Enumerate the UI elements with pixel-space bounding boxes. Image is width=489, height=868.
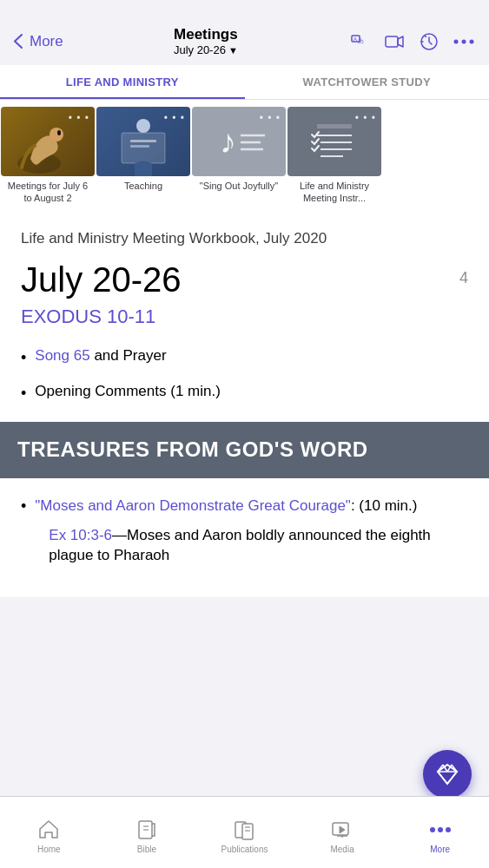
header-icons: A あ <box>348 30 475 53</box>
bullet-list: • Song 65 and Prayer • Opening Comments … <box>21 345 468 404</box>
svg-rect-3 <box>386 36 398 47</box>
scripture-detail-ref[interactable]: Ex 10:3-6 <box>49 527 112 543</box>
video-icon[interactable] <box>383 30 406 53</box>
thumbnails-row: • • • Meetings for July 6 to August 2 • … <box>0 100 489 212</box>
section-header-treasures: TREASURES FROM GOD'S WORD <box>0 422 489 478</box>
svg-text:A: A <box>354 36 357 42</box>
media-icon <box>330 818 354 842</box>
workbook-title: Life and Ministry Meeting Workbook, July… <box>21 229 468 248</box>
svg-text:♪: ♪ <box>220 123 236 160</box>
thumbnail-teaching[interactable]: • • • Teaching <box>96 107 191 212</box>
fab-button[interactable] <box>423 750 472 799</box>
bullet-song: • Song 65 and Prayer <box>21 345 468 369</box>
nav-home-label: Home <box>37 845 61 854</box>
svg-point-5 <box>453 39 458 43</box>
bottom-nav: Home Bible Publications <box>0 796 489 868</box>
header-title: Meetings <box>174 26 238 43</box>
sub-item-moses: • "Moses and Aaron Demonstrate Great Cou… <box>21 496 468 566</box>
nav-media-label: Media <box>330 845 354 854</box>
nav-home[interactable]: Home <box>0 811 98 854</box>
thumbnail-img-instructions: • • • <box>287 107 381 176</box>
header: More Meetings July 20-26 ▼ A あ <box>0 21 489 65</box>
thumbnail-sing-out[interactable]: • • • ♪ "Sing Out Joyfully" <box>191 107 287 212</box>
header-center: Meetings July 20-26 ▼ <box>174 26 238 56</box>
nav-publications-label: Publications <box>221 845 268 854</box>
thumbnail-img-teaching: • • • <box>96 107 190 176</box>
svg-rect-19 <box>317 124 352 128</box>
thumbnail-label-instructions: Life and Ministry Meeting Instr... <box>287 180 382 205</box>
nav-bible-label: Bible <box>137 845 156 854</box>
song-link[interactable]: Song 65 <box>35 347 89 364</box>
moses-link[interactable]: "Moses and Aaron Demonstrate Great Coura… <box>35 497 351 514</box>
opening-comments: Opening Comments (1 min.) <box>35 381 221 402</box>
nav-more-label: More <box>430 845 450 854</box>
svg-point-12 <box>136 119 150 133</box>
publications-icon <box>232 818 256 842</box>
svg-line-31 <box>447 772 457 784</box>
svg-rect-14 <box>130 145 149 148</box>
thumbnail-instructions[interactable]: • • • Life and Ministry Meeting Instr... <box>287 107 382 212</box>
svg-rect-36 <box>242 824 253 839</box>
header-subtitle: July 20-26 ▼ <box>174 43 238 56</box>
nav-media[interactable]: Media <box>294 811 392 854</box>
svg-point-9 <box>50 128 63 141</box>
week-title: July 20-26 <box>21 260 182 299</box>
thumbnail-img-sing-out: • • • ♪ <box>192 107 286 176</box>
thumbnail-img-meetings: • • • <box>1 107 95 176</box>
tabs: LIFE AND MINISTRY WATCHTOWER STUDY <box>0 65 489 100</box>
tab-life-ministry[interactable]: LIFE AND MINISTRY <box>0 65 245 99</box>
scripture-detail: Ex 10:3-6—Moses and Aaron boldly announc… <box>35 525 468 567</box>
status-bar <box>0 0 489 21</box>
nav-bible[interactable]: Bible <box>98 811 196 854</box>
svg-line-30 <box>438 772 447 784</box>
thumbnail-label-sing-out: "Sing Out Joyfully" <box>196 180 281 192</box>
week-header: July 20-26 4 <box>21 260 468 299</box>
thumbnail-meetings[interactable]: • • • Meetings for July 6 to August 2 <box>0 107 96 212</box>
bible-icon <box>135 818 159 842</box>
more-options-icon[interactable] <box>453 30 475 53</box>
scripture-ref: EXODUS 10-11 <box>21 306 468 328</box>
translate-icon[interactable]: A あ <box>348 30 371 53</box>
nav-publications[interactable]: Publications <box>195 811 294 854</box>
diamond-icon <box>435 762 459 786</box>
nav-more[interactable]: More <box>391 811 489 854</box>
back-button[interactable]: More <box>14 33 63 50</box>
svg-text:あ: あ <box>358 37 364 44</box>
svg-point-10 <box>57 130 61 135</box>
main-content: Life and Ministry Meeting Workbook, July… <box>0 212 489 598</box>
thumbnail-label-meetings: Meetings for July 6 to August 2 <box>0 180 96 205</box>
main-content-scroll[interactable]: Life and Ministry Meeting Workbook, July… <box>0 212 489 817</box>
bullet-opening: • Opening Comments (1 min.) <box>21 381 468 404</box>
home-icon <box>36 818 61 842</box>
svg-rect-11 <box>122 133 165 163</box>
svg-point-6 <box>461 39 466 43</box>
tab-watchtower-study[interactable]: WATCHTOWER STUDY <box>245 65 490 99</box>
back-label: More <box>30 33 63 50</box>
history-icon[interactable] <box>418 30 440 53</box>
svg-point-7 <box>469 39 473 43</box>
page-number: 4 <box>459 269 468 287</box>
svg-rect-13 <box>130 140 156 142</box>
more-dots-icon <box>428 818 453 842</box>
thumbnail-label-teaching: Teaching <box>121 180 166 192</box>
